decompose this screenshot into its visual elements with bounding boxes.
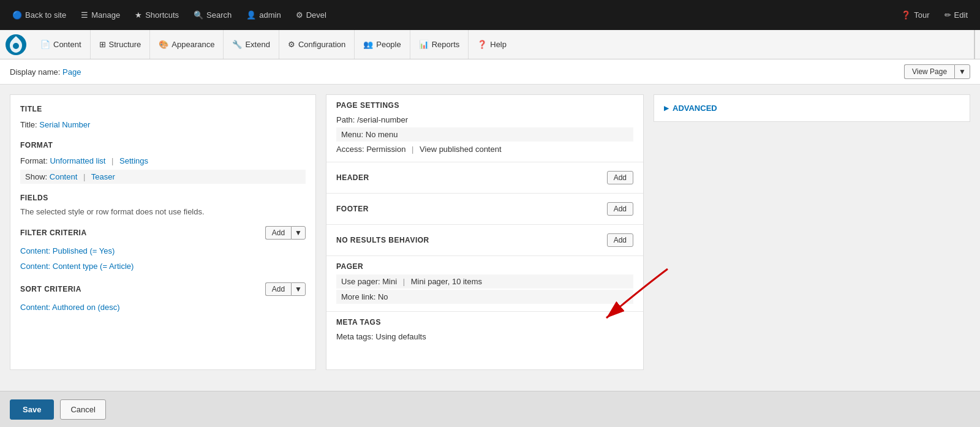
shortcuts-menu-item[interactable]: ★ Shortcuts bbox=[127, 0, 186, 30]
manage-menu-item[interactable]: ☰ Manage bbox=[74, 0, 127, 30]
path-field-row: Path: /serial-number bbox=[336, 113, 633, 126]
devel-menu-item[interactable]: ⚙ Devel bbox=[288, 0, 334, 30]
view-page-button-group: View Page ▼ bbox=[904, 64, 970, 79]
nav-reports[interactable]: 📊 Reports bbox=[410, 30, 469, 59]
format-value-link[interactable]: Unformatted list bbox=[50, 156, 105, 165]
back-to-site-link[interactable]: 🔵 Back to site bbox=[5, 0, 74, 30]
path-value[interactable]: /serial-number bbox=[357, 115, 408, 124]
filter-item-1: Content: Content type (= Article) bbox=[20, 260, 306, 273]
middle-column: PAGE SETTINGS Path: /serial-number Menu:… bbox=[326, 94, 644, 370]
header-heading: HEADER bbox=[336, 173, 369, 182]
no-results-section: NO RESULTS BEHAVIOR Add bbox=[326, 225, 643, 256]
title-section-heading: TITLE bbox=[20, 105, 306, 113]
nav-people[interactable]: 👥 People bbox=[354, 30, 409, 59]
page-settings-section: PAGE SETTINGS Path: /serial-number Menu:… bbox=[326, 95, 643, 162]
nav-appearance-label: Appearance bbox=[172, 40, 214, 49]
header-row: HEADER Add bbox=[336, 168, 633, 187]
edit-icon: ✏ bbox=[944, 10, 951, 20]
access-permission-link[interactable]: Permission bbox=[366, 145, 405, 154]
extend-icon: 🔧 bbox=[232, 40, 242, 49]
nav-content-label: Content bbox=[53, 40, 81, 49]
manage-label: Manage bbox=[91, 10, 120, 20]
nav-structure-label: Structure bbox=[109, 40, 141, 49]
access-field-row: Access: Permission | View published cont… bbox=[336, 143, 633, 156]
nav-configuration[interactable]: ⚙ Configuration bbox=[279, 30, 354, 59]
meta-tags-row: Meta tags: Using defaults bbox=[336, 330, 633, 343]
secondary-navigation: 📄 Content ⊞ Structure 🎨 Appearance 🔧 Ext… bbox=[0, 30, 980, 59]
shortcuts-label: Shortcuts bbox=[145, 10, 179, 20]
content-icon: 📄 bbox=[40, 40, 50, 49]
people-icon: 👥 bbox=[363, 40, 373, 49]
footer-section: FOOTER Add bbox=[326, 194, 643, 225]
menu-icon: ☰ bbox=[81, 10, 88, 20]
footer-heading: FOOTER bbox=[336, 205, 369, 213]
sort-item-0-link[interactable]: Content: Authored on (desc) bbox=[20, 303, 120, 312]
drupal-logo bbox=[5, 34, 27, 56]
nav-extend[interactable]: 🔧 Extend bbox=[223, 30, 278, 59]
header-add-button[interactable]: Add bbox=[607, 171, 633, 184]
settings-link[interactable]: Settings bbox=[119, 156, 148, 165]
pager-mini-items-link[interactable]: Mini pager, 10 items bbox=[411, 277, 482, 286]
view-page-dropdown-button[interactable]: ▼ bbox=[954, 64, 970, 79]
view-page-button[interactable]: View Page bbox=[904, 64, 954, 79]
structure-icon: ⊞ bbox=[99, 40, 106, 49]
advanced-toggle[interactable]: ▶ ADVANCED bbox=[664, 104, 960, 113]
filter-item-0-link[interactable]: Content: Published (= Yes) bbox=[20, 246, 115, 255]
filter-section-row: FILTER CRITERIA Add ▼ bbox=[20, 226, 306, 240]
reports-icon: 📊 bbox=[419, 40, 429, 49]
edit-menu-item[interactable]: ✏ Edit bbox=[937, 0, 975, 30]
right-column: ▶ ADVANCED bbox=[654, 94, 970, 168]
meta-tags-section: META TAGS Meta tags: Using defaults bbox=[326, 312, 643, 349]
format-field-row: Format: Unformatted list | Settings bbox=[20, 154, 306, 167]
search-icon: 🔍 bbox=[194, 10, 203, 20]
show-teaser-link[interactable]: Teaser bbox=[91, 172, 115, 181]
no-results-add-button[interactable]: Add bbox=[607, 233, 633, 247]
show-content-link[interactable]: Content bbox=[50, 172, 78, 181]
display-name-value[interactable]: Page bbox=[62, 67, 81, 77]
nav-extend-label: Extend bbox=[245, 40, 270, 49]
devel-label: Devel bbox=[306, 10, 326, 20]
nav-structure[interactable]: ⊞ Structure bbox=[90, 30, 150, 59]
nav-help[interactable]: ❓ Help bbox=[468, 30, 515, 59]
admin-menu-item[interactable]: 👤 admin bbox=[239, 0, 288, 30]
nav-appearance[interactable]: 🎨 Appearance bbox=[149, 30, 223, 59]
config-icon: ⚙ bbox=[288, 40, 295, 49]
tour-menu-item[interactable]: ❓ Tour bbox=[894, 0, 937, 30]
header-section: HEADER Add bbox=[326, 162, 643, 194]
meta-tags-value-link[interactable]: Using defaults bbox=[375, 332, 426, 341]
no-results-heading: NO RESULTS BEHAVIOR bbox=[336, 236, 429, 244]
title-value-link[interactable]: Serial Number bbox=[39, 120, 90, 129]
format-label: Format: bbox=[20, 156, 48, 165]
star-icon: ★ bbox=[135, 10, 142, 20]
sort-add-button[interactable]: Add bbox=[265, 282, 291, 296]
save-button[interactable]: Save bbox=[10, 399, 54, 420]
left-column: TITLE Title: Serial Number FORMAT Format… bbox=[10, 94, 316, 370]
back-to-site-label: Back to site bbox=[25, 10, 66, 20]
filter-section-heading: FILTER CRITERIA bbox=[20, 229, 87, 237]
pager-more-value[interactable]: No bbox=[378, 292, 388, 301]
filter-item-0: Content: Published (= Yes) bbox=[20, 244, 306, 257]
pager-use-label: Use pager: bbox=[341, 277, 380, 286]
filter-item-1-link[interactable]: Content: Content type (= Article) bbox=[20, 262, 134, 271]
tour-label: Tour bbox=[914, 10, 929, 20]
show-label: Show: bbox=[25, 172, 47, 181]
filter-add-button[interactable]: Add bbox=[265, 226, 291, 240]
help-circle-icon: ❓ bbox=[901, 10, 911, 20]
menu-value[interactable]: No menu bbox=[366, 130, 398, 139]
appearance-icon: 🎨 bbox=[159, 40, 168, 49]
advanced-label: ADVANCED bbox=[673, 104, 717, 113]
search-menu-item[interactable]: 🔍 Search bbox=[186, 0, 239, 30]
top-navigation-bar: 🔵 Back to site ☰ Manage ★ Shortcuts 🔍 Se… bbox=[0, 0, 980, 30]
sort-add-dropdown[interactable]: ▼ bbox=[291, 282, 306, 296]
advanced-section: ▶ ADVANCED bbox=[654, 94, 970, 122]
sort-item-0: Content: Authored on (desc) bbox=[20, 301, 306, 314]
access-view-link[interactable]: View published content bbox=[420, 145, 501, 154]
cancel-button[interactable]: Cancel bbox=[60, 399, 105, 420]
nav-content[interactable]: 📄 Content bbox=[32, 30, 90, 59]
advanced-triangle-icon: ▶ bbox=[664, 105, 669, 111]
filter-add-dropdown[interactable]: ▼ bbox=[291, 226, 306, 240]
footer-add-button[interactable]: Add bbox=[607, 202, 633, 216]
nav-reports-label: Reports bbox=[432, 40, 460, 49]
pager-mini-link[interactable]: Mini bbox=[382, 277, 397, 286]
pager-section: PAGER Use pager: Mini | Mini pager, 10 i… bbox=[326, 256, 643, 312]
